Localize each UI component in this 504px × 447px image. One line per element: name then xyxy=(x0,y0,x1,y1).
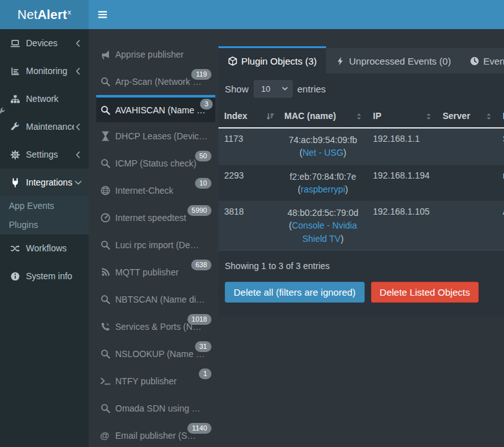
sidebar-item-system-info[interactable]: System info xyxy=(0,262,89,290)
cell-server xyxy=(437,201,497,251)
sidebar-item-label: Maintenance xyxy=(26,122,74,132)
at-icon: @ xyxy=(100,431,111,441)
device-link[interactable]: raspberrypi xyxy=(301,184,345,194)
netalertx-app: NetAlertx Devices Monitoring Network Mai… xyxy=(0,0,504,447)
plugin-label: Luci rpc import (De… xyxy=(115,240,199,250)
sort-both-icon xyxy=(484,112,493,121)
device-link[interactable]: Console - Nvidia Shield TV xyxy=(292,220,357,243)
shuffle-icon xyxy=(9,244,22,253)
table-row[interactable]: 3818 48:b0:2d:5c:79:0d (Console - Nvidia… xyxy=(218,201,504,251)
sidebar-item-label: Integrations xyxy=(26,177,74,187)
count-badge: 1140 xyxy=(187,423,211,434)
tab-unprocessed-events[interactable]: Unprocessed Events (0) xyxy=(326,48,460,73)
mac-address: 48:b0:2d:5c:79:0d xyxy=(284,206,362,219)
logo-text-bold: Alert xyxy=(37,8,67,22)
plugin-item-luci-rpc-import[interactable]: Luci rpc import (De… xyxy=(100,231,211,258)
sidebar-item-label: System info xyxy=(26,271,82,281)
delete-all-button[interactable]: Delete all (filters are ignored) xyxy=(225,282,365,303)
cell-name: ra xyxy=(497,165,504,201)
action-buttons: Delete all (filters are ignored) Delete … xyxy=(225,282,504,303)
page-size-select[interactable]: 10 xyxy=(254,80,293,98)
chevron-left-icon xyxy=(74,39,82,47)
plugin-item-arp-scan[interactable]: Arp-Scan (Network … 119 xyxy=(100,68,211,95)
table-row[interactable]: 1173 74:ac:b9:54:09:fb (Net - USG) 192.1… xyxy=(218,128,504,165)
table-row[interactable]: 2293 f2:eb:70:84:f0:7e (raspberrypi) 192… xyxy=(218,165,504,201)
sidebar-item-devices[interactable]: Devices xyxy=(0,29,89,57)
cell-ip: 192.168.1.105 xyxy=(367,201,437,251)
chart-icon xyxy=(9,66,22,76)
plugin-label: Apprise publisher xyxy=(115,49,184,60)
plugin-label: Internet-Check xyxy=(115,186,173,196)
column-header-name[interactable]: N xyxy=(497,104,504,128)
plugin-item-email-publisher[interactable]: @ Email publisher (S… 1140 xyxy=(100,422,211,447)
tab-plugin-objects[interactable]: Plugin Objects (3) xyxy=(218,46,326,73)
plugin-item-internet-check[interactable]: Internet-Check 10 xyxy=(100,177,211,204)
plugin-item-services-ports[interactable]: Services & Ports (N… 1018 xyxy=(100,313,211,340)
search-icon xyxy=(100,158,111,168)
count-badge: 1 xyxy=(199,368,211,379)
count-badge: 638 xyxy=(191,260,211,270)
sitemap-icon xyxy=(9,94,22,104)
column-header-ip[interactable]: IP xyxy=(367,104,437,128)
plugin-item-nslookup[interactable]: NSLOOKUP (Name … 31 xyxy=(100,340,211,367)
search-icon xyxy=(100,77,111,87)
tab-label: Unprocessed Events (0) xyxy=(349,56,451,66)
count-badge: 50 xyxy=(195,151,211,161)
plugin-item-avahiscan[interactable]: AVAHISCAN (Name … 3 xyxy=(96,95,215,122)
plugin-label: Omada SDN using … xyxy=(115,403,201,413)
count-badge: 5990 xyxy=(187,205,211,216)
sidebar-subitem-app-events[interactable]: App Events xyxy=(0,196,89,215)
count-badge: 10 xyxy=(195,178,211,189)
count-badge: 119 xyxy=(191,69,211,80)
mac-address: 74:ac:b9:54:09:fb xyxy=(284,134,362,146)
tab-label: Events History (6) xyxy=(483,56,504,66)
delete-listed-button[interactable]: Delete Listed Objects xyxy=(371,282,479,303)
plugin-item-apprise-publisher[interactable]: Apprise publisher xyxy=(100,41,211,68)
search-icon xyxy=(100,240,111,250)
column-header-mac-name[interactable]: MAC (name) xyxy=(279,104,367,128)
tab-label: Plugin Objects (3) xyxy=(241,56,317,66)
plugin-label: NBTSCAN (Name di… xyxy=(115,294,205,305)
column-header-server[interactable]: Server xyxy=(437,104,497,128)
plugin-item-omada-sdn[interactable]: Omada SDN using … xyxy=(100,394,211,422)
content-area: Apprise publisher Arp-Scan (Network … 11… xyxy=(89,29,504,447)
plugin-item-dhcp-leases[interactable]: DHCP Leases (Devic… xyxy=(100,122,211,149)
plugin-item-internet-speedtest[interactable]: Internet speedtest 5990 xyxy=(100,204,211,231)
search-icon xyxy=(100,349,111,359)
sidebar-item-network[interactable]: Network xyxy=(0,85,89,113)
sort-both-icon xyxy=(355,112,363,121)
plugin-item-icmp[interactable]: ICMP (Status check) 50 xyxy=(100,149,211,177)
tab-bar: Plugin Objects (3) Unprocessed Events (0… xyxy=(218,46,504,73)
info-icon xyxy=(9,272,22,281)
cell-server xyxy=(437,165,497,201)
logo-text-prefix: Net xyxy=(17,8,37,22)
sidebar-item-monitoring[interactable]: Monitoring xyxy=(0,57,89,85)
sidebar-item-workflows[interactable]: Workflows xyxy=(0,234,89,262)
sidebar-item-settings[interactable]: Settings xyxy=(0,141,89,168)
tab-events-history[interactable]: Events History (6) xyxy=(460,48,504,73)
plugin-label: MQTT publisher xyxy=(115,267,179,277)
app-logo[interactable]: NetAlertx xyxy=(0,0,89,29)
plugin-item-mqtt-publisher[interactable]: MQTT publisher 638 xyxy=(100,258,211,286)
sidebar-toggle-button[interactable] xyxy=(98,9,108,20)
rss-icon xyxy=(100,267,111,277)
sidebar-item-maintenance[interactable]: Maintenance xyxy=(0,113,89,141)
plugin-item-nbtscan[interactable]: NBTSCAN (Name di… xyxy=(100,286,211,313)
entries-label: entries xyxy=(298,84,326,94)
sidebar-item-integrations[interactable]: Integrations xyxy=(0,168,89,196)
sidebar-subitem-plugins[interactable]: Plugins xyxy=(0,215,89,234)
device-link[interactable]: Net - USG xyxy=(303,148,344,158)
tab-content: Show 10 entries Index xyxy=(218,73,504,317)
plugin-description: A plugin to discover device names via mD… xyxy=(225,316,504,317)
docs-link[interactable]: Read more in the docs. xyxy=(406,316,498,317)
table-length-control: Show 10 entries xyxy=(225,80,504,98)
column-header-index[interactable]: Index xyxy=(218,104,279,128)
hourglass-icon xyxy=(100,131,111,141)
plugin-list: Apprise publisher Arp-Scan (Network … 11… xyxy=(100,41,211,447)
chevron-down-icon xyxy=(74,179,82,187)
chevron-left-icon xyxy=(74,123,82,131)
navbar-strip xyxy=(89,0,504,29)
plugin-item-ntfy-publisher[interactable]: NTFY publisher 1 xyxy=(100,367,211,394)
plugin-detail-panel: Plugin Objects (3) Unprocessed Events (0… xyxy=(218,46,504,317)
cell-index: 3818 xyxy=(218,201,279,251)
